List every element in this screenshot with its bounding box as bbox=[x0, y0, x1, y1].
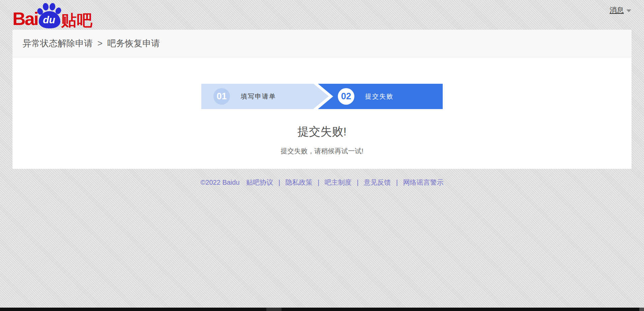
main-panel: 异常状态解除申请 > 吧务恢复申请 01 填写申请单 02 提交失败 提交失败!… bbox=[12, 30, 632, 169]
logo-bai-text: Bai bbox=[12, 9, 38, 28]
result-message: 提交失败，请稍候再试一试! bbox=[12, 147, 632, 156]
footer-link-feedback[interactable]: 意见反馈 bbox=[364, 179, 391, 186]
result-title: 提交失败! bbox=[12, 124, 632, 139]
breadcrumb: 异常状态解除申请 > 吧务恢复申请 bbox=[12, 30, 632, 57]
logo-tieba-text: 贴吧 bbox=[61, 12, 93, 28]
footer-link-bazhu-rules[interactable]: 吧主制度 bbox=[325, 179, 352, 186]
footer-separator: | bbox=[357, 179, 358, 186]
horizontal-scrollbar[interactable] bbox=[0, 308, 644, 311]
breadcrumb-current: 吧务恢复申请 bbox=[107, 37, 160, 49]
breadcrumb-parent[interactable]: 异常状态解除申请 bbox=[23, 37, 93, 49]
scrollbar-segment[interactable] bbox=[266, 308, 282, 311]
footer-separator: | bbox=[396, 179, 398, 186]
step-submit-failed: 02 提交失败 bbox=[314, 84, 443, 109]
footer-link-rumor-warning[interactable]: 网络谣言警示 bbox=[403, 179, 443, 186]
chevron-down-icon bbox=[626, 9, 631, 12]
step-number-badge: 02 bbox=[338, 88, 354, 105]
step-fill-form: 01 填写申请单 bbox=[201, 84, 314, 109]
baidu-tieba-logo[interactable]: Bai du 贴吧 bbox=[12, 3, 93, 28]
step-number-badge: 01 bbox=[213, 88, 230, 105]
scrollbar-segment[interactable] bbox=[639, 308, 644, 311]
step-label: 提交失败 bbox=[365, 92, 393, 101]
logo-du-text: du bbox=[43, 15, 56, 25]
progress-stepper: 01 填写申请单 02 提交失败 bbox=[201, 84, 443, 109]
breadcrumb-separator: > bbox=[97, 38, 103, 49]
step-label: 填写申请单 bbox=[241, 92, 276, 101]
messages-label[interactable]: 消息 bbox=[610, 5, 624, 15]
footer-separator: | bbox=[279, 179, 280, 186]
messages-menu[interactable]: 消息 bbox=[610, 5, 631, 15]
footer-link-privacy-policy[interactable]: 隐私政策 bbox=[285, 179, 312, 186]
baidu-paw-icon: du bbox=[37, 3, 62, 28]
footer-link-tieba-agreement[interactable]: 贴吧协议 bbox=[246, 179, 273, 186]
footer-separator: | bbox=[318, 179, 319, 186]
copyright-text: ©2022 Baidu bbox=[201, 179, 240, 186]
top-bar: Bai du 贴吧 消息 bbox=[0, 0, 644, 30]
page-footer: ©2022 Baidu 贴吧协议 | 隐私政策 | 吧主制度 | 意见反馈 | … bbox=[0, 169, 644, 187]
